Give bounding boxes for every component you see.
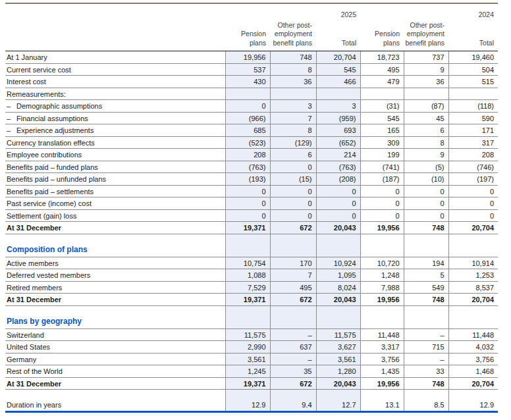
- table-row: Currency translation effects(523)(129)(6…: [5, 136, 498, 149]
- cell-value: (652): [316, 136, 360, 149]
- cell-value: (129): [270, 136, 316, 149]
- cell-value: [225, 88, 270, 100]
- cell-value: 479: [360, 76, 404, 88]
- cell-value: 3,756: [360, 353, 404, 365]
- table-row: –Financial assumptions(966)7(959)5454559…: [5, 112, 498, 124]
- cell-value: 20,704: [448, 377, 498, 390]
- column-header-pension-plans-2025: Pension plans: [225, 21, 270, 51]
- cell-value: 3: [270, 100, 316, 113]
- cell-value: (523): [225, 136, 270, 149]
- cell-value: –: [404, 328, 448, 341]
- row-label: Deferred vested members: [5, 269, 225, 282]
- cell-value: 537: [225, 63, 270, 76]
- year-header-row: 2025 2024: [5, 4, 498, 21]
- cell-value: 0: [270, 161, 316, 173]
- cell-value: 12.9: [448, 390, 498, 411]
- cell-value: 6: [404, 124, 448, 137]
- cell-value: 0: [225, 185, 270, 197]
- table-row: Deferred vested members1,08871,0951,2485…: [5, 269, 498, 282]
- column-header-total-2025: Total: [316, 21, 360, 51]
- cell-value: [225, 234, 270, 257]
- cell-value: 20,043: [316, 294, 360, 306]
- cell-value: 12.7: [316, 390, 360, 411]
- cell-value: 515: [448, 76, 498, 88]
- row-label: Switzerland: [5, 328, 225, 341]
- cell-value: 748: [404, 377, 448, 390]
- cell-value: 19,371: [225, 294, 270, 306]
- cell-value: 13.1: [360, 390, 404, 411]
- cell-value: [360, 305, 404, 328]
- list-dash: –: [7, 126, 16, 134]
- column-header-pension-plans-2024: Pension plans: [360, 21, 404, 51]
- cell-value: 10,754: [225, 257, 270, 269]
- cell-value: 466: [316, 76, 360, 88]
- cell-value: [448, 305, 498, 328]
- cell-value: [270, 305, 316, 328]
- cell-value: 1,245: [225, 365, 270, 378]
- row-label: –Financial assumptions: [5, 112, 225, 124]
- cell-value: 748: [404, 294, 448, 306]
- cell-value: 0: [404, 197, 448, 210]
- row-label: United States: [5, 341, 225, 354]
- year-header-spacer: [5, 4, 225, 21]
- cell-value: 20,043: [316, 222, 360, 234]
- cell-value: 7: [270, 112, 316, 124]
- cell-value: 10,914: [448, 257, 498, 269]
- cell-value: [270, 234, 316, 257]
- cell-value: 545: [360, 112, 404, 124]
- cell-value: 495: [360, 63, 404, 76]
- cell-value: [270, 88, 316, 100]
- row-label: Settlement (gain) loss: [5, 209, 225, 222]
- table-row: At 1 January19,95674820,70418,72373719,4…: [5, 51, 498, 64]
- cell-value: 20,043: [316, 377, 360, 390]
- cell-value: 9.4: [270, 390, 316, 411]
- table-row: –Demographic assumptions033(31)(87)(118): [5, 100, 498, 113]
- cell-value: (10): [404, 173, 448, 186]
- row-label: Benefits paid – unfunded plans: [5, 173, 225, 186]
- cell-value: 8: [404, 136, 448, 149]
- cell-value: 0: [360, 197, 404, 210]
- cell-value: 0: [404, 209, 448, 222]
- cell-value: 3,561: [225, 353, 270, 365]
- cell-value: 3: [316, 100, 360, 113]
- cell-value: 19,956: [360, 294, 404, 306]
- cell-value: 165: [360, 124, 404, 137]
- cell-value: 1,088: [225, 269, 270, 282]
- cell-value: 0: [316, 185, 360, 197]
- cell-value: 0: [270, 209, 316, 222]
- row-label: At 1 January: [5, 51, 225, 64]
- cell-value: 11,575: [225, 328, 270, 341]
- cell-value: 35: [270, 365, 316, 378]
- year-label-2025: 2025: [225, 4, 360, 21]
- list-dash: –: [7, 102, 16, 110]
- cell-value: 0: [448, 185, 498, 197]
- cell-value: (5): [404, 161, 448, 173]
- cell-value: 672: [270, 377, 316, 390]
- total-row: At 31 December19,37167220,04319,95674820…: [5, 294, 498, 306]
- column-header-row: Pension plans Other post-employment bene…: [5, 21, 498, 51]
- cell-value: (87): [404, 100, 448, 113]
- cell-value: 672: [270, 222, 316, 234]
- cell-value: (208): [316, 173, 360, 186]
- table-row: Benefits paid – unfunded plans(193)(15)(…: [5, 173, 498, 186]
- cell-value: [316, 88, 360, 100]
- cell-value: [404, 305, 448, 328]
- cell-value: [448, 88, 498, 100]
- row-label: At 31 December: [5, 377, 225, 390]
- cell-value: 19,371: [225, 377, 270, 390]
- cell-value: 8,024: [316, 281, 360, 294]
- cell-value: 748: [404, 222, 448, 234]
- cell-value: [316, 305, 360, 328]
- cell-value: (197): [448, 173, 498, 186]
- cell-value: –: [404, 353, 448, 365]
- cell-value: 3,561: [316, 353, 360, 365]
- section-heading: Plans by geography: [5, 305, 225, 328]
- cell-value: 8: [270, 124, 316, 137]
- cell-value: 171: [448, 124, 498, 137]
- duration-label: Duration in years: [5, 390, 225, 411]
- table-row: Benefits paid – settlements000000: [5, 185, 498, 197]
- cell-value: 19,956: [360, 222, 404, 234]
- table-row: Germany3,561–3,5613,756–3,756: [5, 353, 498, 365]
- cell-value: 309: [360, 136, 404, 149]
- row-label: Interest cost: [5, 76, 225, 88]
